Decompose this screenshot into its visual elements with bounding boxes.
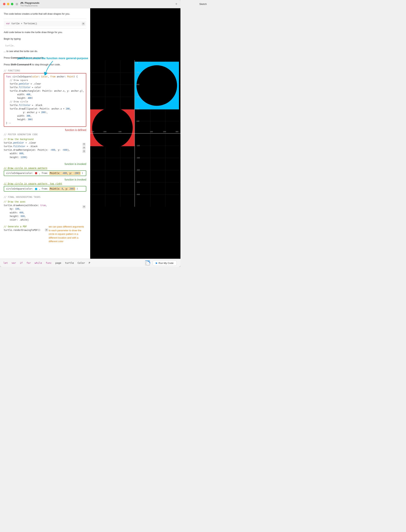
- maximize-button[interactable]: [11, 3, 13, 5]
- instruction3: ... to see what the turtle can do.: [4, 50, 86, 53]
- titlebar: ⊞ 🎮 Playgrounds The Replacements Sketch …: [0, 0, 181, 8]
- svg-text:300: 300: [175, 131, 178, 133]
- keyword-let[interactable]: let: [1, 261, 10, 265]
- pdf-comment: // Generate a PDF: [4, 225, 46, 228]
- var-turtle-block: var turtle = Tortoise() 👁: [4, 21, 86, 27]
- svg-point-20: [92, 107, 133, 148]
- bg-code-block: // Draw the background turtle.penColor =…: [4, 137, 86, 160]
- circle-comment2: // Draw circle in square pattern, top ri…: [4, 182, 86, 186]
- eye-icon-4[interactable]: 👁: [82, 150, 86, 153]
- func-line5: turtle.drawRectangle(at: Point(x: anchor…: [6, 89, 84, 93]
- func-line2: // Draw square: [6, 78, 84, 82]
- svg-text:-200: -200: [137, 157, 140, 159]
- func-line11: y: anchor.y + 200),: [6, 111, 84, 114]
- keyword-while[interactable]: while: [33, 261, 44, 265]
- keyword-if[interactable]: if: [18, 261, 25, 265]
- svg-text:-500: -500: [137, 193, 140, 195]
- svg-text:400: 400: [137, 84, 139, 85]
- keyword-func[interactable]: func: [44, 261, 53, 265]
- eye-icon-2[interactable]: 👁: [82, 143, 86, 146]
- axes-code-block: // Draw the axes turtle.drawAxes(withSca…: [4, 199, 86, 223]
- run-button-label: Run My Code: [159, 262, 174, 264]
- func-box: func circleInSquare(color: Color, from a…: [4, 73, 86, 127]
- left-panel: The code below creates a turtle that wil…: [0, 8, 90, 259]
- circle-invoked-box-2: circleInSquare(color: , from: Point(x: 0…: [4, 186, 86, 192]
- svg-text:-200: -200: [103, 131, 106, 133]
- func-line3: turtle.penColor = .clear: [6, 82, 84, 86]
- keyword-color[interactable]: Color: [76, 261, 87, 265]
- func-line4: turtle.fillColor = color: [6, 86, 84, 89]
- svg-text:-100: -100: [137, 145, 140, 147]
- svg-text:200: 200: [163, 131, 166, 133]
- func-line9: turtle.fillColor = .black: [6, 104, 84, 107]
- keyword-for[interactable]: for: [25, 261, 33, 265]
- eye-icon-6[interactable]: 👁: [45, 228, 48, 231]
- app-title: 🎮 Playgrounds: [20, 1, 39, 5]
- bg-comment: // Draw the background: [4, 138, 86, 141]
- turtle-dot-block: turtle.: [4, 44, 86, 48]
- func-line6: width: 400,: [6, 93, 84, 96]
- bottom-bar: let var if for while func page turtle Co…: [0, 259, 181, 267]
- func-line7: height: 400): [6, 96, 84, 100]
- keyword-var[interactable]: var: [10, 261, 18, 265]
- poster-section-label: // POSTER GENERATION CODE: [4, 133, 86, 136]
- minimize-button[interactable]: [7, 3, 9, 5]
- play-icon: ▶: [156, 262, 158, 264]
- annotation-func-defined: function is defined: [4, 128, 86, 132]
- svg-text:y: y: [137, 61, 138, 64]
- svg-text:-400: -400: [137, 181, 140, 183]
- circle-invoked-box-1: circleInSquare(color: , from: Point(x: -…: [4, 170, 86, 176]
- svg-text:200: 200: [137, 108, 139, 110]
- svg-text:-300: -300: [91, 131, 94, 133]
- right-panel: 500 400 300 200 100 -100 -200 -300 -400 …: [90, 8, 181, 259]
- close-button[interactable]: [3, 3, 6, 5]
- func-line13: height: 300): [6, 118, 84, 121]
- color-swatch-blue: [35, 188, 37, 190]
- svg-text:100: 100: [137, 120, 139, 122]
- canvas-svg: 500 400 300 200 100 -100 -200 -300 -400 …: [90, 8, 181, 259]
- instruction2: Begin by typing:: [4, 37, 86, 41]
- eye-icon-3[interactable]: 👁: [82, 146, 86, 149]
- app-subtitle: The Replacements: [20, 5, 39, 7]
- func-line14: } ••: [6, 121, 84, 125]
- var-keyword: var: [6, 22, 10, 25]
- sidebar-toggle-icon[interactable]: ⊞: [16, 2, 18, 6]
- description-text: The code below creates a turtle that wil…: [4, 12, 86, 16]
- traffic-lights: [3, 3, 13, 5]
- run-my-code-button[interactable]: ▶ Run My Code: [153, 260, 177, 266]
- svg-text:500: 500: [137, 71, 139, 73]
- title-area: 🎮 Playgrounds The Replacements: [20, 1, 39, 7]
- svg-point-18: [137, 65, 177, 106]
- func-line1: func circleInSquare(color: Color, from a…: [6, 75, 84, 78]
- func-line12: width: 300,: [6, 114, 84, 118]
- main-content: The code below creates a turtle that wil…: [0, 8, 181, 259]
- instruction1: Add code below to make the turtle draw t…: [4, 30, 86, 34]
- eye-icon-1[interactable]: 👁: [82, 22, 85, 25]
- point-highlight-2: Point(x: 0, y: 200): [50, 187, 75, 190]
- annotation-func-invoked-2: function is invoked: [4, 178, 86, 181]
- keyword-turtle[interactable]: turtle: [63, 261, 76, 265]
- point-highlight-1: Point(x: -400, y: -200): [50, 172, 80, 175]
- annotation-orange-area: // Generate a PDF turtle.renderDrawingTo…: [4, 225, 86, 243]
- axes-comment: // Draw the axes: [4, 200, 86, 204]
- keyword-page[interactable]: page: [54, 261, 63, 265]
- annotation-orange: we can pass different arguments to each …: [49, 225, 86, 243]
- spinner-icon: [145, 261, 150, 265]
- color-swatch-red: [35, 172, 37, 174]
- housekeeping-label: // FINAL HOUSEKEEPING TASKS: [4, 196, 86, 198]
- svg-text:300: 300: [137, 96, 139, 98]
- annotation-cyan: parameters make the function more genera…: [17, 56, 88, 75]
- run-bar: ▶ Run My Code: [90, 259, 181, 267]
- eye-icon-5[interactable]: 👁: [82, 205, 86, 208]
- svg-text:100: 100: [150, 131, 153, 133]
- func-line8: // Draw circle: [6, 100, 84, 104]
- svg-text:-100: -100: [118, 131, 121, 133]
- add-button[interactable]: +: [175, 2, 177, 6]
- annotation-func-invoked-1: function is invoked: [4, 162, 86, 166]
- circle-comment1: // Draw circle in square pattern: [4, 166, 86, 170]
- func-line10: turtle.drawEllipse(at: Point(x: anchor.x…: [6, 107, 84, 111]
- svg-text:-300: -300: [137, 169, 140, 171]
